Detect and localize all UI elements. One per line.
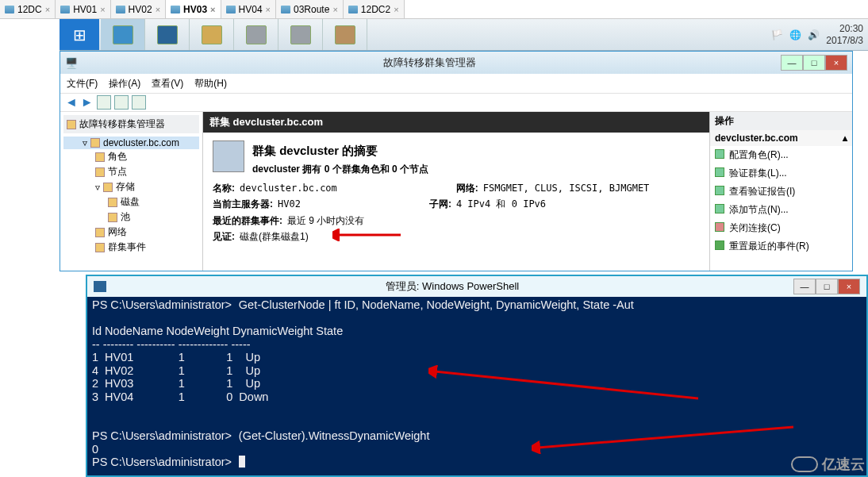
- svg-line-5: [538, 427, 793, 448]
- close-icon[interactable]: ×: [210, 5, 215, 14]
- collapse-icon[interactable]: ▴: [843, 133, 847, 144]
- taskbar-btn-explorer[interactable]: [190, 19, 234, 50]
- tree-disks[interactable]: 磁盘: [63, 194, 199, 210]
- clock[interactable]: 20:30 2017/8/3: [826, 23, 863, 46]
- folder-icon: [202, 25, 222, 44]
- monitor-icon: [5, 6, 14, 13]
- network-value: FSMGMET, CLUS, ISCSI, BJMGMET: [483, 180, 650, 196]
- disk-icon: [108, 198, 117, 207]
- reset-icon: [715, 240, 724, 250]
- tab-hv01[interactable]: HV01×: [56, 0, 110, 18]
- witness-value: 磁盘(群集磁盘1): [240, 229, 309, 244]
- cluster-root-icon: [67, 120, 76, 129]
- ps-close-button[interactable]: ×: [838, 279, 860, 294]
- taskbar-btn-server[interactable]: [101, 19, 145, 50]
- actions-pane: 操作 devcluster.bc.com▴ 配置角色(R)... 验证群集(L)…: [709, 112, 852, 271]
- menu-action[interactable]: 操作(A): [109, 77, 140, 90]
- ps-terminal[interactable]: PS C:\Users\administrator> Get-ClusterNo…: [87, 297, 866, 475]
- app-icon: [335, 25, 355, 44]
- center-header: 群集 devcluster.bc.com: [203, 112, 709, 133]
- ps-minimize-button[interactable]: —: [793, 279, 816, 294]
- tree-roles[interactable]: 角色: [63, 149, 199, 164]
- action-add-node[interactable]: 添加节点(N)...: [710, 201, 852, 219]
- tree-nodes[interactable]: 节点: [63, 164, 199, 179]
- pool-icon: [108, 213, 117, 222]
- action-reset-events[interactable]: 重置最近的事件(R): [710, 237, 852, 256]
- cluster-icon: [90, 138, 100, 148]
- toolbar-btn-3[interactable]: [132, 95, 146, 110]
- menu-file[interactable]: 文件(F): [67, 77, 98, 90]
- toolbar-btn-2[interactable]: [114, 95, 129, 110]
- powershell-icon: [157, 25, 178, 44]
- monitor-icon: [116, 6, 125, 13]
- tree-networks[interactable]: 网络: [63, 225, 199, 240]
- menu-view[interactable]: 查看(V): [152, 77, 183, 90]
- action-view-report[interactable]: 查看验证报告(I): [710, 183, 852, 201]
- tab-hv04[interactable]: HV04×: [221, 0, 276, 18]
- minimize-button[interactable]: —: [781, 55, 803, 71]
- tray-flag-icon[interactable]: 🏳️: [771, 29, 783, 40]
- tree-pane: 故障转移群集管理器 ▿ devcluster.bc.com 角色 节点 ▿ 存储…: [60, 112, 203, 271]
- forward-button[interactable]: ►: [81, 95, 94, 110]
- cloud-icon: [791, 456, 818, 472]
- action-close-conn[interactable]: 关闭连接(C): [710, 219, 852, 237]
- back-button[interactable]: ◄: [65, 95, 78, 110]
- taskbar-btn-4[interactable]: [234, 19, 278, 50]
- red-arrow-icon: [332, 229, 404, 241]
- ps-titlebar[interactable]: 管理员: Windows PowerShell — □ ×: [87, 276, 866, 297]
- name-label: 名称:: [213, 180, 235, 196]
- close-icon[interactable]: ×: [332, 5, 337, 14]
- ps-maximize-button[interactable]: □: [816, 279, 838, 294]
- close-icon[interactable]: ×: [45, 5, 50, 14]
- check-icon: [715, 167, 724, 177]
- menu-help[interactable]: 帮助(H): [194, 77, 227, 90]
- maximize-button[interactable]: □: [803, 55, 825, 71]
- events-icon: [95, 243, 105, 252]
- tray-sound-icon[interactable]: 🔊: [808, 29, 820, 40]
- subnet-label: 子网:: [429, 196, 451, 212]
- report-icon: [715, 186, 724, 195]
- taskbar-btn-5[interactable]: [278, 19, 323, 50]
- window-title: 故障转移群集管理器: [78, 56, 781, 70]
- close-button[interactable]: ×: [825, 55, 847, 71]
- taskbar-btn-6[interactable]: [323, 19, 367, 50]
- tab-12dc2[interactable]: 12DC2×: [344, 0, 405, 18]
- actions-header: 操作: [710, 112, 852, 130]
- monitor-icon: [171, 6, 180, 13]
- start-button[interactable]: ⊞: [60, 19, 99, 50]
- close-icon[interactable]: ×: [156, 5, 160, 14]
- action-validate[interactable]: 验证群集(L)...: [710, 164, 852, 183]
- tab-12dc[interactable]: 12DC×: [0, 0, 56, 18]
- tab-hv02[interactable]: HV02×: [111, 0, 166, 18]
- network-icon: [95, 228, 105, 237]
- red-arrow-icon: [428, 365, 706, 405]
- menu-bar: 文件(F) 操作(A) 查看(V) 帮助(H): [60, 74, 852, 93]
- toolbar-btn-1[interactable]: [97, 95, 111, 110]
- monitor-icon: [348, 6, 358, 13]
- tab-hv03[interactable]: HV03×: [166, 0, 221, 18]
- summary-title: 群集 devcluster 的摘要: [213, 140, 700, 161]
- taskbar-btn-ps[interactable]: [145, 19, 190, 50]
- tab-03route[interactable]: 03Route×: [276, 0, 344, 18]
- tree-pools[interactable]: 池: [63, 210, 199, 225]
- monitor-icon: [60, 6, 70, 13]
- witness-label: 见证:: [213, 229, 235, 244]
- tree-cluster[interactable]: ▿ devcluster.bc.com: [63, 137, 199, 149]
- close-icon[interactable]: ×: [100, 5, 105, 14]
- app-icon: [290, 25, 311, 44]
- failover-cluster-window: 🖥️ 故障转移群集管理器 — □ × 文件(F) 操作(A) 查看(V) 帮助(…: [60, 51, 853, 271]
- tree-header[interactable]: 故障转移群集管理器: [63, 115, 199, 133]
- tray-network-icon[interactable]: 🌐: [789, 29, 801, 40]
- close-icon[interactable]: ×: [394, 5, 398, 14]
- window-titlebar[interactable]: 🖥️ 故障转移群集管理器 — □ ×: [60, 52, 852, 74]
- tree-storage[interactable]: ▿ 存储: [63, 179, 199, 194]
- close-icon[interactable]: ×: [266, 5, 271, 14]
- action-configure-role[interactable]: 配置角色(R)...: [710, 146, 852, 164]
- center-pane: 群集 devcluster.bc.com 群集 devcluster 的摘要 d…: [203, 112, 709, 271]
- host-label: 当前主服务器:: [213, 196, 273, 212]
- name-value: devcluster.bc.com: [240, 180, 337, 196]
- actions-title[interactable]: devcluster.bc.com▴: [710, 130, 852, 146]
- disconnect-icon: [715, 222, 724, 232]
- toolbar: ◄ ►: [60, 93, 852, 112]
- tree-events[interactable]: 群集事件: [63, 240, 199, 255]
